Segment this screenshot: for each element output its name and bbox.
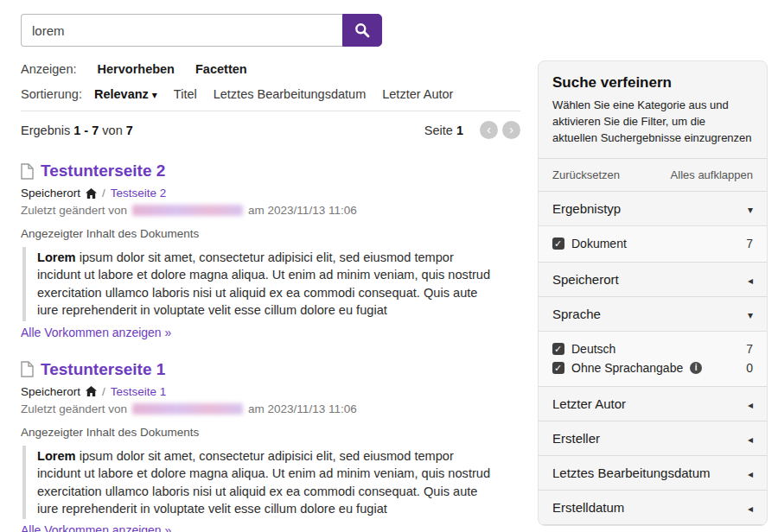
breadcrumb-link[interactable]: Testseite 1 — [111, 385, 167, 398]
facet-last-modified-date: Letztes Bearbeitungsdatum — [539, 456, 767, 491]
chevron-down-icon — [748, 307, 753, 321]
redacted-author-name — [132, 205, 243, 216]
facet-count: 7 — [746, 342, 753, 356]
facet-header-creation-date[interactable]: Erstelldatum — [539, 491, 767, 524]
chevron-left-icon — [748, 431, 753, 446]
refine-panel-description: Wählen Sie eine Kategorie aus und aktivi… — [539, 96, 767, 158]
result-modified: Zuletzt geändert von am 2023/11/13 11:06 — [21, 204, 520, 217]
facet-item-german: Deutsch 7 — [552, 339, 753, 358]
facet-header-result-type[interactable]: Ergebnistyp — [539, 192, 767, 225]
sort-options-row: Sortierung: Relevanz Titel Letztes Bearb… — [21, 84, 520, 111]
show-all-occurrences-link[interactable]: Alle Vorkommen anzeigen » — [21, 523, 171, 532]
checkbox-checked[interactable] — [552, 238, 564, 250]
facet-location: Speicherort — [539, 263, 767, 297]
search-icon — [354, 22, 370, 38]
expand-all-link[interactable]: Alles aufklappen — [671, 168, 753, 181]
display-label: Anzeigen: — [21, 62, 77, 76]
checkbox-checked[interactable] — [552, 362, 564, 374]
page-indicator: Seite 1 — [424, 124, 463, 137]
result-title-link[interactable]: Testunterseite 2 — [41, 162, 165, 180]
highlighted-term: Lorem — [37, 250, 76, 264]
facet-header-creator[interactable]: Ersteller — [539, 421, 767, 455]
chevron-down-icon — [748, 201, 753, 216]
results-column: Anzeigen: Hervorheben Facetten Sortierun… — [21, 60, 520, 532]
facet-items: Deutsch 7 Ohne Sprachangabe 0 — [539, 331, 767, 386]
facet-count: 7 — [746, 237, 753, 250]
prev-page-button[interactable]: ‹ — [480, 121, 498, 139]
breadcrumb-link[interactable]: Testseite 2 — [111, 187, 167, 200]
result-modified: Zuletzt geändert von am 2023/11/13 11:06 — [21, 402, 520, 415]
search-result: Testunterseite 2 Speicherort / Testseite… — [21, 162, 520, 339]
facet-creation-date: Erstelldatum — [539, 491, 767, 525]
facet-item-no-language: Ohne Sprachangabe 0 — [552, 358, 753, 377]
result-location: Speicherort / Testseite 1 — [21, 385, 520, 398]
toggle-facets[interactable]: Facetten — [195, 62, 247, 76]
home-icon[interactable] — [86, 188, 97, 199]
info-icon[interactable] — [690, 362, 702, 374]
display-options-row: Anzeigen: Hervorheben Facetten — [21, 60, 520, 84]
facet-items: Dokument 7 — [539, 225, 767, 262]
facet-language: Sprache Deutsch 7 Ohne Sprachangabe 0 — [539, 297, 767, 387]
redacted-author-name — [132, 403, 243, 415]
facet-result-type: Ergebnistyp Dokument 7 — [539, 192, 767, 263]
facet-header-location[interactable]: Speicherort — [539, 263, 767, 296]
sort-label: Sortierung: — [21, 87, 82, 101]
result-content-label: Angezeigter Inhalt des Dokuments — [21, 227, 520, 240]
refine-panel-title: Suche verfeinern — [539, 61, 767, 96]
search-results-page: Anzeigen: Hervorheben Facetten Sortierun… — [0, 0, 778, 532]
pagination: Seite 1 ‹ › — [424, 121, 520, 139]
document-icon — [21, 163, 34, 180]
highlighted-term: Lorem — [37, 449, 76, 463]
facet-header-last-modified-date[interactable]: Letztes Bearbeitungsdatum — [539, 456, 767, 490]
search-button[interactable] — [342, 14, 382, 47]
chevron-left-icon — [748, 500, 753, 515]
result-location: Speicherort / Testseite 2 — [21, 187, 520, 200]
result-snippet: Lorem ipsum dolor sit amet, consectetur … — [22, 446, 500, 520]
document-icon — [21, 361, 34, 377]
checkbox-checked[interactable] — [552, 343, 564, 355]
facet-count: 0 — [746, 361, 753, 375]
search-input[interactable] — [21, 14, 342, 47]
result-content-label: Angezeigter Inhalt des Dokuments — [21, 426, 520, 439]
refine-panel-actions: Zurücksetzen Alles aufklappen — [539, 158, 767, 192]
search-result: Testunterseite 1 Speicherort / Testseite… — [21, 360, 520, 532]
facet-last-author: Letzter Autor — [539, 387, 767, 421]
search-bar — [21, 14, 382, 47]
show-all-occurrences-link[interactable]: Alle Vorkommen anzeigen » — [21, 326, 171, 339]
home-icon[interactable] — [86, 386, 97, 396]
facet-creator: Ersteller — [539, 421, 767, 456]
result-summary-row: Ergebnis 1 - 7 von 7 Seite 1 ‹ › — [21, 111, 520, 141]
chevron-left-icon — [748, 466, 753, 480]
chevron-left-icon — [748, 272, 753, 287]
next-page-button[interactable]: › — [502, 121, 520, 139]
refine-search-panel: Suche verfeinern Wählen Sie eine Kategor… — [538, 60, 768, 526]
sort-relevance[interactable]: Relevanz — [94, 87, 157, 101]
result-summary: Ergebnis 1 - 7 von 7 — [21, 124, 133, 137]
facet-header-last-author[interactable]: Letzter Autor — [539, 387, 767, 421]
toggle-highlight[interactable]: Hervorheben — [98, 62, 175, 76]
result-title-link[interactable]: Testunterseite 1 — [41, 360, 165, 379]
facet-header-language[interactable]: Sprache — [539, 297, 767, 331]
sort-last-modified[interactable]: Letztes Bearbeitungsdatum — [214, 87, 367, 101]
chevron-left-icon — [748, 396, 753, 411]
facet-item-document: Dokument 7 — [552, 234, 753, 253]
result-snippet: Lorem ipsum dolor sit amet, consectetur … — [22, 247, 500, 321]
reset-filters-link[interactable]: Zurücksetzen — [552, 168, 620, 181]
sort-last-author[interactable]: Letzter Autor — [382, 87, 453, 101]
sort-title[interactable]: Titel — [174, 87, 197, 101]
